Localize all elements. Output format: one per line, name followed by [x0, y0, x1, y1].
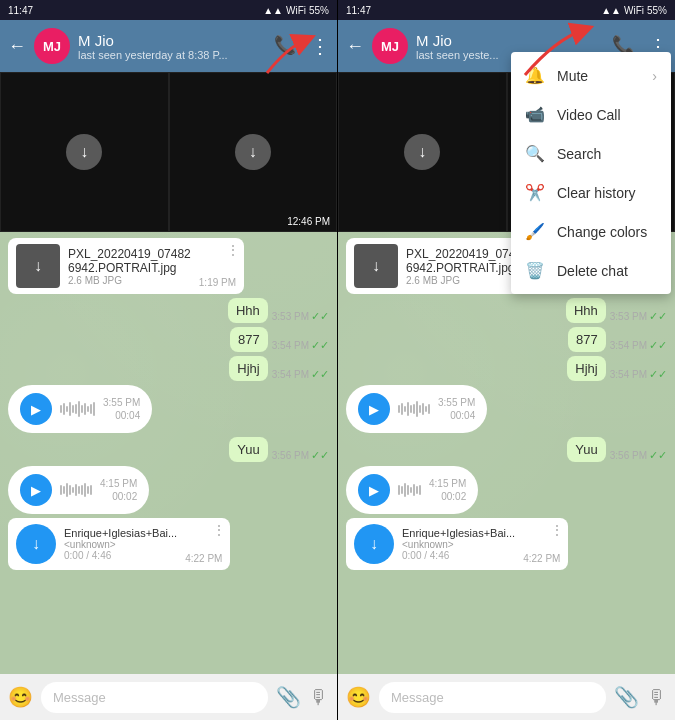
- waveform-1-right: [398, 399, 430, 419]
- play-btn-2-right[interactable]: ▶: [358, 474, 390, 506]
- w3: [66, 406, 68, 412]
- mic-icon-right[interactable]: 🎙: [647, 686, 667, 709]
- download-btn-1-right[interactable]: ↓: [404, 134, 440, 170]
- menu-item-search[interactable]: 🔍 Search: [511, 134, 671, 173]
- music-info-right: Enrique+Iglesias+Bai... <unknown> 0:00 /…: [402, 527, 515, 561]
- play-btn-2-left[interactable]: ▶: [20, 474, 52, 506]
- text-yuu-right: Yuu: [575, 442, 597, 457]
- wifi-icon-right: WiFi: [624, 5, 644, 16]
- meta-yuu-right: 3:56 PM ✓✓: [610, 449, 667, 462]
- mic-icon-left[interactable]: 🎙: [309, 686, 329, 709]
- music-time-right: 4:22 PM: [523, 553, 560, 564]
- check-hhh-left: ✓✓: [311, 310, 329, 323]
- status-icons-left: ▲▲ WiFi 55%: [263, 5, 329, 16]
- chat-input-bar-right: 😊 Message 📎 🎙: [338, 674, 675, 720]
- music-msg-right: ↓ Enrique+Iglesias+Bai... <unknown> 0:00…: [346, 518, 568, 570]
- bubble-hhh-right: Hhh: [566, 298, 606, 323]
- w4: [69, 402, 71, 416]
- w1: [60, 405, 62, 413]
- music-menu-dots-right[interactable]: ⋮: [550, 522, 564, 538]
- chat-header-left: ← MJ M Jio last seen yesterday at 8:38 P…: [0, 20, 337, 72]
- voice-time-1-right: 3:55 PM: [438, 397, 475, 408]
- search-label: Search: [557, 146, 601, 162]
- music-msg-left: ↓ Enrique+Iglesias+Bai... <unknown> 0:00…: [8, 518, 230, 570]
- message-input-right[interactable]: Message: [379, 682, 606, 713]
- status-time-right: 11:47: [346, 5, 371, 16]
- meta-hhh-left: 3:53 PM ✓✓: [272, 310, 329, 323]
- bubble-hjhj-right: Hjhj: [567, 356, 605, 381]
- w12: [93, 402, 95, 416]
- meta-hjhj-right: 3:54 PM ✓✓: [610, 368, 667, 381]
- play-btn-1-left[interactable]: ▶: [20, 393, 52, 425]
- voice-msg-2-left: ▶ 4:15 PM: [8, 466, 329, 514]
- voice-msg-1-left: ▶: [8, 385, 329, 433]
- bubble-877-left: 877: [230, 327, 268, 352]
- menu-item-mute[interactable]: 🔔 Mute ›: [511, 56, 671, 95]
- file-menu-dots-left[interactable]: ⋮: [226, 242, 240, 258]
- w8: [81, 405, 83, 413]
- music-info-left: Enrique+Iglesias+Bai... <unknown> 0:00 /…: [64, 527, 177, 561]
- signal-icon-left: ▲▲: [263, 5, 283, 16]
- check-yuu-left: ✓✓: [311, 449, 329, 462]
- video-thumb-1-left: ↓: [0, 72, 169, 232]
- music-menu-dots-left[interactable]: ⋮: [212, 522, 226, 538]
- message-input-left[interactable]: Message: [41, 682, 268, 713]
- w5: [72, 405, 74, 413]
- download-btn-1-left[interactable]: ↓: [66, 134, 102, 170]
- contact-status-left: last seen yesterday at 8:38 P...: [78, 49, 266, 61]
- msg-hjhj-left: Hjhj 3:54 PM ✓✓: [8, 356, 329, 381]
- chevron-mute: ›: [652, 68, 657, 84]
- menu-dots-left[interactable]: ⋮: [310, 34, 329, 58]
- menu-item-change-colors[interactable]: 🖌️ Change colors: [511, 212, 671, 251]
- play-btn-1-right[interactable]: ▶: [358, 393, 390, 425]
- status-bar-right: 11:47 ▲▲ WiFi 55%: [338, 0, 675, 20]
- voice-meta-2-left: 4:15 PM 00:02: [100, 478, 137, 502]
- w9: [84, 403, 86, 415]
- header-info-left: M Jio last seen yesterday at 8:38 P...: [78, 32, 266, 61]
- emoji-icon-right[interactable]: 😊: [346, 685, 371, 709]
- music-sub-left: <unknown>: [64, 539, 177, 550]
- music-progress-right: 0:00 / 4:46: [402, 550, 515, 561]
- voice-bubble-2-right: ▶ 4:15 PM 00:02: [346, 466, 478, 514]
- signal-icon-right: ▲▲: [601, 5, 621, 16]
- bubble-hjhj-left: Hjhj: [229, 356, 267, 381]
- status-icons-right: ▲▲ WiFi 55%: [601, 5, 667, 16]
- w10: [87, 406, 89, 412]
- menu-item-clear-history[interactable]: ✂️ Clear history: [511, 173, 671, 212]
- videocall-icon: 📹: [525, 105, 545, 124]
- video-thumb-2-left: ↓ 12:46 PM: [169, 72, 338, 232]
- delete-chat-icon: 🗑️: [525, 261, 545, 280]
- status-time-left: 11:47: [8, 5, 33, 16]
- battery-icon-left: 55%: [309, 5, 329, 16]
- attach-icon-left[interactable]: 📎: [276, 685, 301, 709]
- voice-dur-2-right: 00:02: [441, 491, 466, 502]
- attach-icon-right[interactable]: 📎: [614, 685, 639, 709]
- menu-item-videocall[interactable]: 📹 Video Call: [511, 95, 671, 134]
- call-icon-left[interactable]: 📞: [274, 34, 296, 58]
- voice-meta-1-left: 3:55 PM 00:04: [103, 397, 140, 421]
- waveform-2-right: [398, 480, 421, 500]
- video-thumb-1-right: ↓: [338, 72, 507, 232]
- input-placeholder-right: Message: [391, 690, 444, 705]
- check-hjhj-left: ✓✓: [311, 368, 329, 381]
- msg-877-right: 877 3:54 PM ✓✓: [346, 327, 667, 352]
- music-sub-right: <unknown>: [402, 539, 515, 550]
- music-name-left: Enrique+Iglesias+Bai...: [64, 527, 177, 539]
- w2: [63, 403, 65, 415]
- back-button-left[interactable]: ←: [8, 36, 26, 57]
- text-hjhj-right: Hjhj: [575, 361, 597, 376]
- file-info-left: PXL_20220419_074826942.PORTRAIT.jpg 2.6 …: [68, 247, 191, 286]
- menu-item-delete-chat[interactable]: 🗑️ Delete chat: [511, 251, 671, 290]
- back-button-right[interactable]: ←: [346, 36, 364, 57]
- contact-name-right: M Jio: [416, 32, 604, 49]
- text-hhh-right: Hhh: [574, 303, 598, 318]
- bubble-yuu-right: Yuu: [567, 437, 605, 462]
- emoji-icon-left[interactable]: 😊: [8, 685, 33, 709]
- meta-hhh-right: 3:53 PM ✓✓: [610, 310, 667, 323]
- download-btn-2-left[interactable]: ↓: [235, 134, 271, 170]
- voice-meta-2-right: 4:15 PM 00:02: [429, 478, 466, 502]
- voice-msg-1-right: ▶ 3:55 PM: [346, 385, 667, 433]
- clear-history-icon: ✂️: [525, 183, 545, 202]
- msg-yuu-left: Yuu 3:56 PM ✓✓: [8, 437, 329, 462]
- text-yuu-left: Yuu: [237, 442, 259, 457]
